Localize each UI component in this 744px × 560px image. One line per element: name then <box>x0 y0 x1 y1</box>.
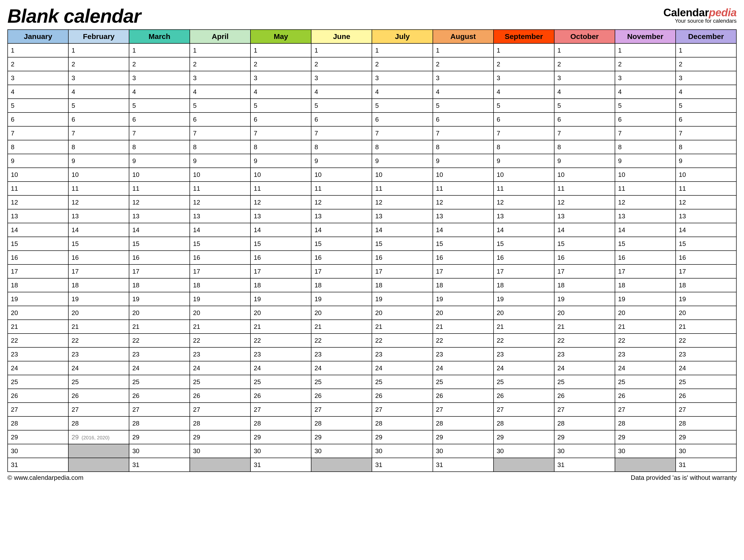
day-cell: 23 <box>311 347 372 361</box>
day-cell: 26 <box>251 389 311 403</box>
day-cell: 7 <box>129 126 190 140</box>
day-cell: 9 <box>676 154 736 168</box>
day-cell: 25 <box>190 375 251 389</box>
day-cell: 8 <box>68 140 129 154</box>
day-row: 888888888888 <box>8 140 736 154</box>
day-row: 111111111111111111111111 <box>8 182 736 195</box>
day-cell: 30 <box>8 444 68 458</box>
day-cell: 6 <box>493 112 554 126</box>
day-cell: 28 <box>676 416 736 430</box>
day-cell: 18 <box>615 278 676 292</box>
day-cell: 9 <box>311 154 372 168</box>
day-cell: 21 <box>433 320 493 334</box>
day-cell: 4 <box>493 85 554 99</box>
day-cell: 8 <box>372 140 433 154</box>
day-cell: 7 <box>251 126 311 140</box>
day-cell: 25 <box>8 375 68 389</box>
month-header-january: January <box>8 30 68 43</box>
day-cell: 23 <box>190 347 251 361</box>
day-cell: 13 <box>8 209 68 223</box>
day-cell: 21 <box>554 320 615 334</box>
leap-day: 29 <box>72 434 79 441</box>
day-cell: 19 <box>615 292 676 306</box>
month-header-november: November <box>615 30 676 43</box>
month-header-december: December <box>676 30 736 43</box>
day-cell: 28 <box>190 416 251 430</box>
day-cell: 10 <box>433 168 493 182</box>
day-cell: 19 <box>8 292 68 306</box>
day-cell: 21 <box>8 320 68 334</box>
day-cell: 25 <box>68 375 129 389</box>
day-cell: 1 <box>676 43 736 57</box>
day-cell: 20 <box>251 306 311 320</box>
day-row: 31 31 31 3131 31 31 <box>8 458 736 472</box>
day-cell: 19 <box>129 292 190 306</box>
day-cell: 1 <box>372 43 433 57</box>
day-row: 30 30303030303030303030 <box>8 444 736 458</box>
day-cell: 22 <box>68 334 129 347</box>
day-cell: 4 <box>68 85 129 99</box>
day-cell: 14 <box>251 223 311 237</box>
day-cell: 13 <box>615 209 676 223</box>
day-cell: 10 <box>129 168 190 182</box>
day-cell: 27 <box>372 403 433 416</box>
footer-right: Data provided 'as is' without warranty <box>631 474 737 482</box>
month-header-june: June <box>311 30 372 43</box>
day-row: 222222222222222222222222 <box>8 334 736 347</box>
day-cell: 10 <box>190 168 251 182</box>
day-cell: 30 <box>129 444 190 458</box>
day-cell: 16 <box>68 251 129 264</box>
day-row: 232323232323232323232323 <box>8 347 736 361</box>
day-cell: 11 <box>190 182 251 195</box>
day-cell: 9 <box>251 154 311 168</box>
day-cell: 15 <box>554 237 615 251</box>
day-cell: 22 <box>554 334 615 347</box>
day-cell: 31 <box>554 458 615 472</box>
day-cell: 26 <box>433 389 493 403</box>
day-cell: 3 <box>372 71 433 85</box>
page-title: Blank calendar <box>7 5 141 27</box>
day-row: 777777777777 <box>8 126 736 140</box>
month-header-may: May <box>251 30 311 43</box>
day-cell: 25 <box>311 375 372 389</box>
day-cell: 14 <box>493 223 554 237</box>
day-cell: 11 <box>493 182 554 195</box>
day-cell: 18 <box>554 278 615 292</box>
day-cell: 24 <box>615 361 676 375</box>
day-cell: 21 <box>251 320 311 334</box>
day-cell: 6 <box>251 112 311 126</box>
day-cell: 31 <box>433 458 493 472</box>
day-cell: 14 <box>433 223 493 237</box>
day-cell: 19 <box>372 292 433 306</box>
day-cell: 24 <box>554 361 615 375</box>
day-cell: 7 <box>493 126 554 140</box>
day-cell: 11 <box>615 182 676 195</box>
day-cell: 14 <box>676 223 736 237</box>
day-cell: 18 <box>8 278 68 292</box>
day-cell: 19 <box>554 292 615 306</box>
day-cell: 24 <box>311 361 372 375</box>
day-row: 555555555555 <box>8 99 736 112</box>
day-cell: 28 <box>615 416 676 430</box>
day-cell: 18 <box>493 278 554 292</box>
day-cell: 9 <box>129 154 190 168</box>
day-cell: 5 <box>190 99 251 112</box>
day-cell: 22 <box>433 334 493 347</box>
day-cell: 7 <box>676 126 736 140</box>
day-cell: 5 <box>433 99 493 112</box>
day-cell: 20 <box>8 306 68 320</box>
day-cell: 27 <box>493 403 554 416</box>
day-cell: 3 <box>615 71 676 85</box>
day-cell: 2 <box>554 57 615 71</box>
day-row: 2929 (2016, 2020)29292929292929292929 <box>8 430 736 444</box>
day-cell: 1 <box>433 43 493 57</box>
day-cell: 2 <box>190 57 251 71</box>
day-cell: 9 <box>615 154 676 168</box>
day-cell: 30 <box>554 444 615 458</box>
day-cell: 1 <box>129 43 190 57</box>
day-cell: 19 <box>311 292 372 306</box>
day-cell <box>311 458 372 472</box>
day-cell: 22 <box>190 334 251 347</box>
month-header-april: April <box>190 30 251 43</box>
day-cell: 18 <box>433 278 493 292</box>
